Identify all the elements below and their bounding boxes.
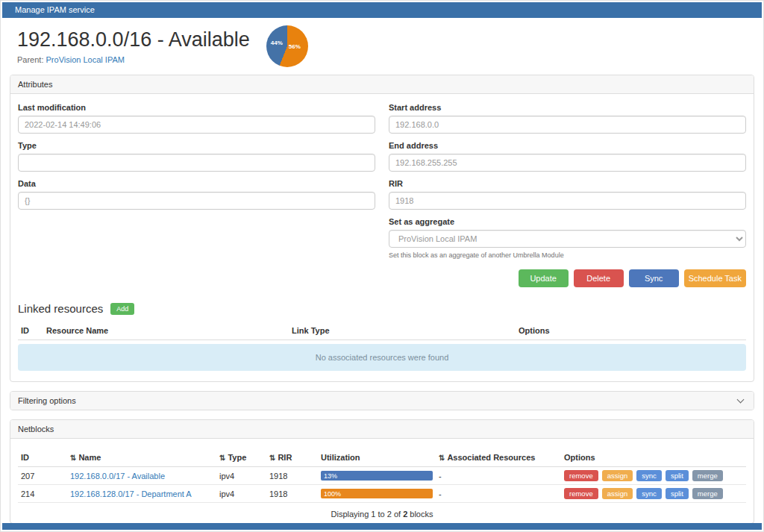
aggregate-help-text: Set this block as an aggregate of anothe…: [389, 251, 746, 259]
attributes-actions: Update Delete Sync Schedule Task: [18, 269, 746, 287]
linked-resources-title: Linked resources: [18, 302, 103, 315]
nb-row-associated: -: [436, 467, 561, 485]
utilization-bar-fill: 13%: [321, 471, 433, 481]
sort-icon[interactable]: ⇅: [70, 454, 76, 462]
lr-col-link-type: Link Type: [289, 322, 516, 340]
nb-col-rir[interactable]: ⇅RIR: [266, 448, 318, 467]
netblock-row: 214 192.168.128.0/17 - Department A ipv4…: [18, 485, 746, 503]
linked-resources-table: ID Resource Name Link Type Options: [18, 322, 746, 340]
rir-input[interactable]: [389, 192, 746, 210]
data-input[interactable]: [18, 192, 375, 210]
nb-col-options: Options: [561, 448, 746, 467]
end-address-label: End address: [389, 141, 746, 150]
lr-col-resource-name: Resource Name: [43, 322, 289, 340]
lr-col-id: ID: [18, 322, 43, 340]
nb-col-associated[interactable]: ⇅Associated Resources: [436, 448, 561, 467]
end-address-input[interactable]: [389, 154, 746, 172]
split-button[interactable]: split: [666, 470, 689, 481]
last-modification-input[interactable]: [18, 116, 375, 134]
aggregate-label: Set as aggregate: [389, 217, 746, 226]
nb-col-utilization: Utilization: [318, 448, 436, 467]
footer-bar: [2, 523, 762, 530]
sync-button[interactable]: Sync: [629, 269, 679, 287]
page: Manage IPAM service 192.168.0.0/16 - Ava…: [0, 0, 764, 532]
block-header: 192.168.0.0/16 - Available Parent: ProVi…: [1, 19, 763, 75]
merge-button[interactable]: merge: [692, 488, 723, 499]
pie-label-used: 56%: [289, 43, 301, 50]
attributes-panel: Attributes Last modification Type Data: [10, 75, 754, 382]
lr-col-options: Options: [516, 322, 746, 340]
filtering-options-panel: Filtering options: [10, 391, 754, 410]
linked-resources-header: Linked resources Add: [18, 302, 746, 315]
attributes-panel-body: Last modification Type Data Start addres…: [10, 94, 754, 381]
utilization-bar: 100%: [321, 489, 433, 498]
nb-row-associated: -: [436, 485, 561, 503]
nb-row-id: 207: [18, 467, 67, 485]
sync-row-button[interactable]: sync: [636, 488, 662, 499]
rir-label: RIR: [389, 179, 746, 188]
sort-icon[interactable]: ⇅: [219, 454, 225, 462]
nb-row-rir: 1918: [266, 467, 318, 485]
netblock-row: 207 192.168.0.0/17 - Available ipv4 1918…: [18, 467, 746, 485]
netblock-link[interactable]: 192.168.0.0/17 - Available: [70, 472, 165, 481]
parent-label: Parent:: [17, 55, 43, 64]
netblocks-panel: Netblocks ID ⇅Name ⇅Type ⇅RIR Utilizatio…: [10, 419, 754, 524]
sync-row-button[interactable]: sync: [636, 470, 662, 481]
assign-button[interactable]: assign: [602, 488, 633, 499]
sort-icon[interactable]: ⇅: [269, 454, 275, 462]
nb-row-options: remove assign sync split merge: [561, 467, 746, 485]
utilization-bar-fill: 100%: [321, 489, 433, 498]
page-title: 192.168.0.0/16 - Available: [17, 28, 250, 51]
table-summary: Displaying 1 to 2 of 2 blocks: [18, 503, 746, 520]
add-linked-resource-button[interactable]: Add: [110, 303, 134, 315]
block-title-group: 192.168.0.0/16 - Available Parent: ProVi…: [17, 28, 250, 64]
no-resources-alert: No associated resources were found: [18, 344, 746, 371]
nb-row-options: remove assign sync split merge: [561, 485, 746, 503]
last-modification-label: Last modification: [18, 103, 375, 112]
netblocks-panel-body: ID ⇅Name ⇅Type ⇅RIR Utilization ⇅Associa…: [10, 439, 754, 523]
filtering-options-heading[interactable]: Filtering options: [10, 392, 754, 410]
title-bar: Manage IPAM service: [2, 2, 762, 18]
assign-button[interactable]: assign: [602, 470, 633, 481]
delete-button[interactable]: Delete: [574, 269, 624, 287]
utilization-bar: 13%: [321, 471, 433, 481]
nb-row-rir: 1918: [266, 485, 318, 503]
pie-label-free: 44%: [271, 40, 283, 46]
update-button[interactable]: Update: [519, 269, 569, 287]
netblocks-panel-heading: Netblocks: [10, 420, 754, 439]
nb-row-type: ipv4: [216, 485, 266, 503]
split-button[interactable]: split: [666, 488, 689, 499]
title-bar-text: Manage IPAM service: [15, 5, 95, 14]
parent-link[interactable]: ProVision Local IPAM: [46, 55, 125, 64]
netblock-link[interactable]: 192.168.128.0/17 - Department A: [70, 489, 192, 498]
utilization-value: 13%: [324, 472, 337, 480]
start-address-label: Start address: [389, 103, 746, 112]
nb-col-type[interactable]: ⇅Type: [216, 448, 266, 467]
attributes-panel-heading: Attributes: [10, 75, 754, 94]
nb-col-name[interactable]: ⇅Name: [67, 448, 216, 467]
utilization-pie-chart: 44% 56%: [266, 25, 308, 67]
nb-row-id: 214: [18, 485, 67, 503]
nb-row-type: ipv4: [216, 467, 266, 485]
remove-button[interactable]: remove: [564, 470, 598, 481]
schedule-task-button[interactable]: Schedule Task: [684, 269, 746, 287]
remove-button[interactable]: remove: [564, 488, 598, 499]
data-label: Data: [18, 179, 375, 188]
type-input[interactable]: [18, 154, 375, 172]
start-address-input[interactable]: [389, 116, 746, 134]
chevron-down-icon[interactable]: [737, 396, 745, 404]
merge-button[interactable]: merge: [692, 470, 723, 481]
type-label: Type: [18, 141, 375, 150]
filtering-options-title: Filtering options: [18, 396, 76, 405]
parent-line: Parent: ProVision Local IPAM: [17, 55, 250, 64]
nb-col-id: ID: [18, 448, 67, 467]
netblocks-table: ID ⇅Name ⇅Type ⇅RIR Utilization ⇅Associa…: [18, 448, 746, 503]
utilization-value: 100%: [324, 490, 341, 498]
sort-icon[interactable]: ⇅: [439, 454, 445, 462]
aggregate-select[interactable]: ProVision Local IPAM: [389, 230, 746, 248]
